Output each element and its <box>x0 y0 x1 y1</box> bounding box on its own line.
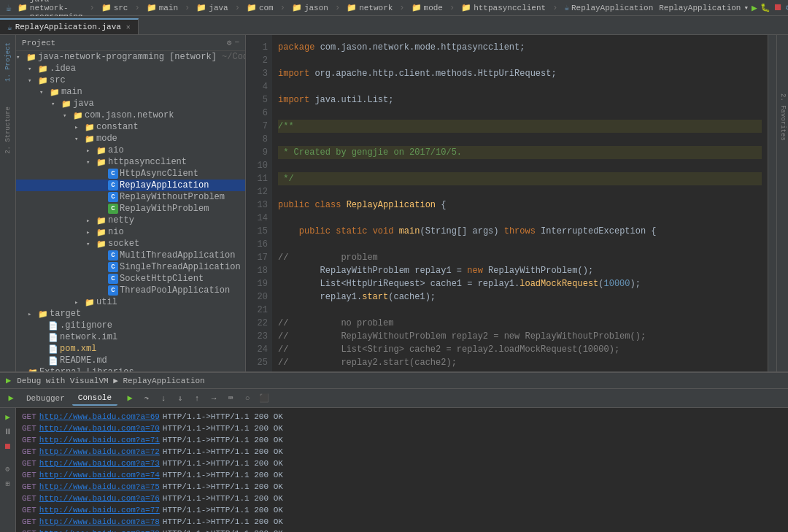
tree-item-java-folder[interactable]: ▾ 📁 java <box>16 98 245 109</box>
tree-item-pom[interactable]: 📄 pom.xml <box>16 343 245 355</box>
code-content[interactable]: package com.jason.network.mode.httpasync… <box>272 35 768 371</box>
arrow-icon: ▸ <box>74 123 85 131</box>
debugger-tab[interactable]: Debugger <box>20 391 71 406</box>
tree-item-replay-with[interactable]: C ReplayWithProblem <box>16 203 245 215</box>
resume-prog-button[interactable]: ▶ <box>2 411 14 423</box>
run-button[interactable]: ▶ <box>752 2 757 14</box>
title-network: 📁 network <box>347 3 393 12</box>
tree-item-threadpool[interactable]: C ThreadPoolApplication <box>16 285 245 296</box>
right-scrollbar[interactable] <box>768 35 776 371</box>
tree-item-util[interactable]: ▸ 📁 util <box>16 296 245 308</box>
tree-item-project[interactable]: ▾ 📁 java-network-programming [network] ~… <box>16 51 245 63</box>
tree-item-multithread[interactable]: C MultiThreadApplication <box>16 250 245 261</box>
response-status: HTTP/1.1->HTTP/1.1 200 OK <box>163 458 283 469</box>
editor-tab[interactable]: ☕ ReplayApplication.java ✕ <box>0 18 139 34</box>
http-method: GET <box>22 458 36 469</box>
force-step-into[interactable]: ⇓ <box>172 391 188 406</box>
tree-item-package[interactable]: ▾ 📁 com.jason.network <box>16 109 245 121</box>
structure-panel-tab[interactable]: 2. Structure <box>3 102 13 158</box>
console-log-line: GET http://www.baidu.com?a=71 HTTP/1.1->… <box>22 434 782 446</box>
response-status: HTTP/1.1->HTTP/1.1 200 OK <box>163 493 283 504</box>
item-label: HttpAsyncClient <box>120 169 198 179</box>
run-button[interactable]: ▶ <box>122 391 138 406</box>
tree-item-aio[interactable]: ▸ 📁 aio <box>16 144 245 156</box>
tree-item-replay-without[interactable]: C ReplayWithoutProblem <box>16 191 245 203</box>
console-log-line: GET http://www.baidu.com?a=73 HTTP/1.1->… <box>22 458 782 469</box>
tree-item-idea[interactable]: ▾ 📁 .idea <box>16 63 245 74</box>
stop-button[interactable]: ⏹ <box>773 2 783 13</box>
step-over-button[interactable]: ↷ <box>139 391 155 406</box>
evaluate-expr[interactable]: ⌨ <box>223 391 239 406</box>
debug-button[interactable]: 🐛 <box>760 3 770 12</box>
replay-file-icon: ☕ <box>564 3 569 12</box>
request-url[interactable]: http://www.baidu.com?a=73 <box>39 458 160 469</box>
tree-item-netty[interactable]: ▸ 📁 netty <box>16 215 245 226</box>
step-out-button[interactable]: ↑ <box>189 391 205 406</box>
request-url[interactable]: http://www.baidu.com?a=72 <box>39 446 160 458</box>
debug-header: ▶ Debug with VisualVM ▶ ReplayApplicatio… <box>0 373 788 389</box>
item-label: util <box>96 297 117 307</box>
tree-item-external-libs[interactable]: ▸ 📁 External Libraries <box>16 366 245 371</box>
run-to-cursor[interactable]: → <box>206 391 222 406</box>
arrow-icon: ▾ <box>28 65 38 73</box>
request-url[interactable]: http://www.baidu.com?a=77 <box>39 504 160 516</box>
project-panel-tab[interactable]: 1. Project <box>3 38 13 86</box>
gear-icon[interactable]: ⚙ <box>227 38 232 47</box>
console-output[interactable]: GET http://www.baidu.com?a=69 HTTP/1.1->… <box>16 408 788 532</box>
item-label: SocketHttpClient <box>120 274 204 284</box>
request-url[interactable]: http://www.baidu.com?a=79 <box>39 528 160 532</box>
tree-item-readme[interactable]: 📄 README.md <box>16 355 245 366</box>
mute-breakpoints[interactable]: ○ <box>239 391 255 406</box>
project-tree: ▾ 📁 java-network-programming [network] ~… <box>16 51 245 371</box>
tree-item-singlethread[interactable]: C SingleThreadApplication <box>16 261 245 273</box>
resume-button[interactable]: ▶ <box>3 391 19 406</box>
tree-item-httpasyncclient[interactable]: ▾ 📁 httpasyncclient <box>16 156 245 168</box>
settings-icon[interactable]: ⚙ <box>2 463 14 475</box>
code-area[interactable]: 12345 678910 1112131415 1617181920 21222… <box>246 35 768 371</box>
item-label: ReplayWithProblem <box>120 204 209 214</box>
request-url[interactable]: http://www.baidu.com?a=78 <box>39 516 160 528</box>
favorites-label[interactable]: 2. Favorites <box>779 93 787 141</box>
java-folder-icon: 📁 <box>61 99 73 109</box>
collapse-all-icon[interactable]: − <box>234 38 239 47</box>
item-label: aio <box>108 145 124 155</box>
tree-item-src[interactable]: ▾ 📁 src <box>16 74 245 86</box>
sidebar-title: Project <box>22 39 55 47</box>
tree-item-main[interactable]: ▾ 📁 main <box>16 86 245 98</box>
tree-item-nio[interactable]: ▸ 📁 nio <box>16 226 245 238</box>
request-url[interactable]: http://www.baidu.com?a=74 <box>39 469 160 481</box>
get-thread-dump[interactable]: ⬛ <box>256 391 272 406</box>
request-url[interactable]: http://www.baidu.com?a=69 <box>39 411 160 423</box>
tree-item-target[interactable]: ▸ 📁 target <box>16 308 245 320</box>
tree-item-socket[interactable]: ▾ 📁 socket <box>16 238 245 250</box>
item-label: pom.xml <box>60 344 96 354</box>
tree-item-mode[interactable]: ▾ 📁 mode <box>16 133 245 144</box>
tree-item-gitignore[interactable]: 📄 .gitignore <box>16 320 245 331</box>
tree-item-iml[interactable]: 📄 network.iml <box>16 331 245 343</box>
tree-item-constant[interactable]: ▸ 📁 constant <box>16 121 245 133</box>
tree-item-sockethttpclient[interactable]: C SocketHttpClient <box>16 273 245 285</box>
layout-icon[interactable]: ⊞ <box>2 478 14 490</box>
request-url[interactable]: http://www.baidu.com?a=76 <box>39 493 160 504</box>
request-url[interactable]: http://www.baidu.com?a=71 <box>39 434 160 446</box>
app-icon: ☕ <box>6 2 12 14</box>
http-method: GET <box>22 434 36 446</box>
request-url[interactable]: http://www.baidu.com?a=70 <box>39 423 160 434</box>
tab-close-button[interactable]: ✕ <box>126 23 131 31</box>
request-url[interactable]: http://www.baidu.com?a=75 <box>39 481 160 493</box>
console-panel: GET http://www.baidu.com?a=69 HTTP/1.1->… <box>16 408 788 532</box>
run-dropdown-icon[interactable]: ▾ <box>743 3 749 12</box>
item-label: constant <box>96 122 139 132</box>
stop-prog-button[interactable]: ⏹ <box>2 440 14 452</box>
console-tab[interactable]: Console <box>72 391 117 406</box>
step-into-button[interactable]: ↓ <box>155 391 171 406</box>
pause-button[interactable]: ⏸ <box>2 425 14 437</box>
tab-file-icon: ☕ <box>7 23 12 32</box>
tab-bar: ☕ ReplayApplication.java ✕ <box>0 16 788 35</box>
tree-item-httpasyncclient-class[interactable]: C HttpAsyncClient <box>16 168 245 180</box>
sidebar-actions: ⚙ − <box>227 38 239 47</box>
console-log-line: GET http://www.baidu.com?a=74 HTTP/1.1->… <box>22 469 782 481</box>
tree-item-replay-app[interactable]: C ReplayApplication <box>16 180 245 191</box>
class-icon: C <box>108 169 118 179</box>
netty-folder-icon: 📁 <box>96 216 108 225</box>
